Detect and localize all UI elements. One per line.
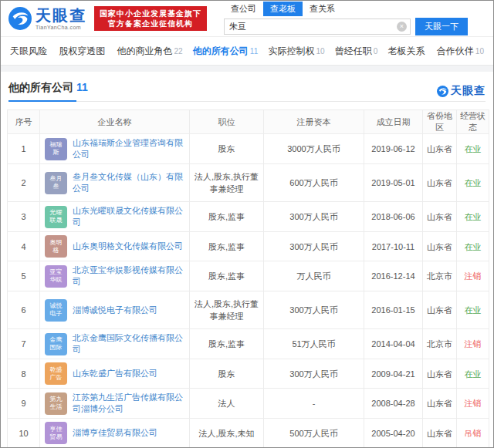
row-index: 4 <box>8 232 40 261</box>
watermark-logo: 天眼查 <box>437 84 486 98</box>
table-row: 8 乾盛广告 山东乾盛广告有限公司 股东 300万人民币 2009-04-21 … <box>8 359 489 389</box>
region-cell: 山东省 <box>423 164 457 202</box>
section-header: 他的所有公司11 天眼查 <box>1 72 493 101</box>
nav-item-all-companies[interactable]: 他的所有公司11 <box>193 45 258 58</box>
region-cell: 山东省 <box>423 359 457 389</box>
table-row: 2 叁月叁 叁月叁文化传媒（山东）有限公司 法人,股东,执行董事兼经理 600万… <box>8 164 489 202</box>
company-name-link[interactable]: 北京金鹰国际文化传播有限公司 <box>73 332 184 355</box>
nav-item-equity-chart[interactable]: 股权穿透图 <box>59 45 107 58</box>
position-cell: 股东,监事 <box>190 261 264 291</box>
tianyancha-logo: 天眼查 TianYanCha.com <box>8 7 86 30</box>
table-row: 4 奥明格 山东奥明格文化传媒有限公司 股东,监事 300万人民币 2017-1… <box>8 232 489 261</box>
row-index: 8 <box>8 359 40 389</box>
company-logo-badge: 亨佳贸易 <box>45 422 67 444</box>
title-divider <box>8 101 486 102</box>
status-cell: 注销 <box>457 329 489 359</box>
profile-nav: 天眼风险 股权穿透图 他的商业角色22 他的所有公司11 实际控制权10 曾经任… <box>1 37 493 66</box>
col-founded-date: 成立日期 <box>364 110 423 134</box>
gov-badge-line2: 官方备案企业征信机构 <box>100 19 201 29</box>
company-name-link[interactable]: 淄博诚悦电子有限公司 <box>73 305 157 316</box>
search-area: 查公司 查老板 查关系 × 天眼一下 <box>224 2 468 35</box>
row-index: 2 <box>8 164 40 202</box>
company-logo-badge: 叁月叁 <box>45 172 67 194</box>
watermark-logo-icon <box>437 86 448 97</box>
status-cell: 注销 <box>457 389 489 419</box>
date-cell: 2008-04-28 <box>364 389 423 419</box>
capital-cell: 万人民币 <box>264 261 364 291</box>
nav-item-boss-relations[interactable]: 老板关系 <box>388 45 427 58</box>
position-cell: 股东,监事 <box>190 202 264 232</box>
gov-badge-line1: 国家中小企业发展基金旗下 <box>100 8 201 19</box>
position-cell: 股东 <box>190 359 264 389</box>
region-cell: 山东省 <box>423 134 457 164</box>
divider-strip <box>1 66 493 72</box>
capital-cell: 3000万人民币 <box>264 134 364 164</box>
company-name-link[interactable]: 叁月叁文化传媒（山东）有限公司 <box>73 171 184 194</box>
position-cell: 法人,股东,执行董事兼经理 <box>190 164 264 202</box>
page: 天眼查 TianYanCha.com 国家中小企业发展基金旗下 官方备案企业征信… <box>0 0 494 448</box>
date-cell: 2017-10-11 <box>364 232 423 261</box>
date-cell: 2016-12-14 <box>364 261 423 291</box>
capital-cell: 300万人民币 <box>264 232 364 261</box>
nav-item-past-positions[interactable]: 曾经任职0 <box>335 45 378 58</box>
table-row: 10 亨佳贸易 淄博亨佳贸易有限公司 法人,股东,未知 500万人民币 2005… <box>8 419 489 448</box>
date-cell: 2016-01-15 <box>364 291 423 329</box>
date-cell: 2018-06-06 <box>364 202 423 232</box>
tab-search-boss[interactable]: 查老板 <box>263 2 303 16</box>
nav-item-partners[interactable]: 合作伙伴10 <box>437 45 484 58</box>
company-logo-badge: 福瑞斯 <box>45 138 67 160</box>
search-button[interactable]: 天眼一下 <box>415 18 468 35</box>
company-logo-badge: 光曜联晟 <box>45 206 67 228</box>
date-cell: 2009-04-21 <box>364 359 423 389</box>
company-logo-badge: 金鹰国际 <box>45 333 67 355</box>
status-cell: 在业 <box>457 164 489 202</box>
status-cell: 在业 <box>457 359 489 389</box>
company-name-link[interactable]: 北京亚宝华娱影视传媒有限公司 <box>73 264 184 288</box>
clear-icon[interactable]: × <box>397 22 407 32</box>
company-name-link[interactable]: 山东光曜联晟文化传媒有限公司 <box>73 205 184 228</box>
company-table-body: 1 福瑞斯 山东福瑞斯企业管理咨询有限公司 股东 3000万人民币 2019-0… <box>8 134 489 448</box>
date-cell: 2019-06-12 <box>364 134 423 164</box>
position-cell: 股东,监事 <box>190 329 264 359</box>
col-status: 经营状态 <box>457 110 489 134</box>
col-position: 职位 <box>190 110 264 134</box>
company-name-link[interactable]: 山东奥明格文化传媒有限公司 <box>73 241 183 252</box>
table-row: 7 金鹰国际 北京金鹰国际文化传播有限公司 股东,监事 51万人民币 2014-… <box>8 329 489 359</box>
capital-cell: 600万人民币 <box>264 164 364 202</box>
row-index: 7 <box>8 329 40 359</box>
table-row: 6 诚悦电子 淄博诚悦电子有限公司 法人,股东,执行董事兼经理 300万人民币 … <box>8 291 489 329</box>
nav-item-business-roles[interactable]: 他的商业角色22 <box>117 45 182 58</box>
status-cell: 在业 <box>457 202 489 232</box>
row-index: 5 <box>8 261 40 291</box>
capital-cell: - <box>264 389 364 419</box>
tab-search-relation[interactable]: 查关系 <box>303 2 342 16</box>
row-index: 10 <box>8 419 40 448</box>
companies-table-wrap: 序号 企业名称 职位 注册资本 成立日期 省份地区 经营状态 1 福瑞斯 山东福… <box>1 102 493 448</box>
company-name-link[interactable]: 山东福瑞斯企业管理咨询有限公司 <box>73 137 184 160</box>
status-cell: 吊销 <box>457 419 489 448</box>
tab-search-company[interactable]: 查公司 <box>224 2 263 16</box>
company-logo-badge: 乾盛广告 <box>45 362 67 385</box>
nav-item-risk[interactable]: 天眼风险 <box>10 45 49 58</box>
table-row: 5 亚宝华娱 北京亚宝华娱影视传媒有限公司 股东,监事 万人民币 2016-12… <box>8 261 489 291</box>
search-input[interactable] <box>224 19 411 35</box>
row-index: 3 <box>8 202 40 232</box>
region-cell: 山东省 <box>423 202 457 232</box>
tianyancha-logo-icon <box>8 7 32 30</box>
watermark-logo-text: 天眼查 <box>451 84 486 98</box>
capital-cell: 300万人民币 <box>264 202 364 232</box>
active-title-underline <box>8 100 76 102</box>
status-cell: 在业 <box>457 134 489 164</box>
companies-table: 序号 企业名称 职位 注册资本 成立日期 省份地区 经营状态 1 福瑞斯 山东福… <box>7 109 489 448</box>
company-name-link[interactable]: 江苏第九生活广告传媒有限公司淄博分公司 <box>73 392 184 415</box>
position-cell: 股东 <box>190 134 264 164</box>
position-cell: 法人 <box>190 389 264 419</box>
region-cell: 山东省 <box>423 232 457 261</box>
col-region: 省份地区 <box>423 110 457 134</box>
col-registered-capital: 注册资本 <box>264 110 364 134</box>
status-cell: 在业 <box>457 232 489 261</box>
position-cell: 法人,股东,执行董事兼经理 <box>190 291 264 329</box>
company-name-link[interactable]: 山东乾盛广告有限公司 <box>73 368 157 379</box>
nav-item-actual-control[interactable]: 实际控制权10 <box>268 45 324 58</box>
company-name-link[interactable]: 淄博亨佳贸易有限公司 <box>73 427 157 439</box>
